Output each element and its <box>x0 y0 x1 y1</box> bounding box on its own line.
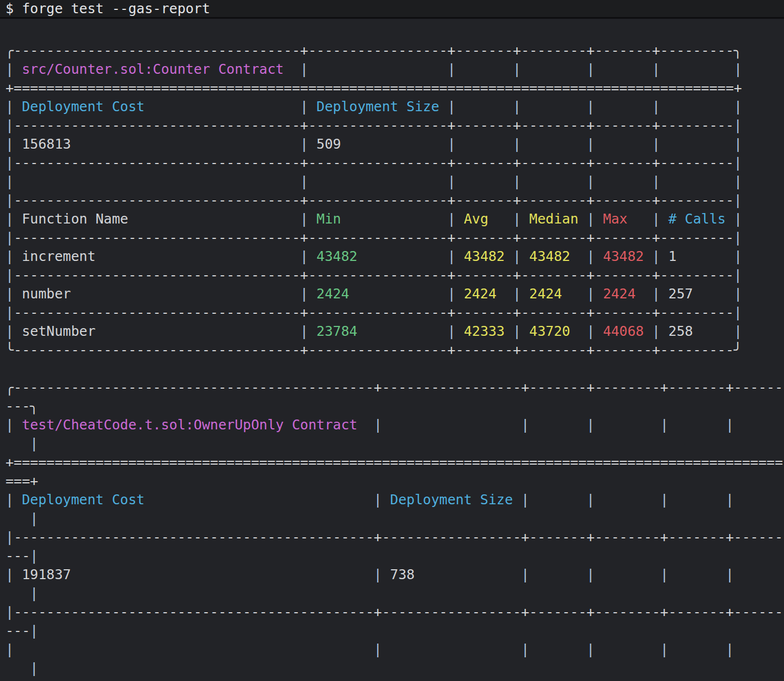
terminal-line: | <box>6 435 38 451</box>
terminal-line: | 191837 | 738 | | | | <box>6 566 783 582</box>
terminal-line: | Deployment Cost | Deployment Size | | … <box>6 99 742 115</box>
terminal-line: |---------------------------------------… <box>6 679 783 681</box>
terminal-window: $ forge test --gas-report ╭-------------… <box>0 0 784 681</box>
terminal-line: |---------------------------------------… <box>6 604 783 620</box>
terminal-line: | 156813 | 509 | | | | | <box>6 136 742 152</box>
terminal-line: ===+ <box>6 473 38 489</box>
terminal-line: | Function Name | Min | Avg | Median | M… <box>6 211 742 227</box>
terminal-line: ---| <box>6 623 38 639</box>
terminal-line: | | | | | | | <box>6 173 742 189</box>
terminal-line: +=======================================… <box>6 80 742 96</box>
terminal-line: |-----------------------------------+---… <box>6 230 742 246</box>
shell-command: $ forge test --gas-report <box>6 1 210 17</box>
terminal-line: ╭-----------------------------------+---… <box>6 42 742 58</box>
terminal-line: | number | 2424 | 2424 | 2424 | 2424 | 2… <box>6 286 742 302</box>
terminal-line: | Deployment Cost | Deployment Size | | … <box>6 492 783 508</box>
terminal-output: ╭-----------------------------------+---… <box>0 19 784 681</box>
terminal-line: | <box>6 660 38 676</box>
terminal-line: |---------------------------------------… <box>6 529 783 545</box>
terminal-line: | increment | 43482 | 43482 | 43482 | 43… <box>6 248 742 264</box>
terminal-line: |-----------------------------------+---… <box>6 117 742 133</box>
terminal-line: | test/CheatCode.t.sol:OwnerUpOnly Contr… <box>6 417 783 433</box>
terminal-line: | setNumber | 23784 | 42333 | 43720 | 44… <box>6 323 742 339</box>
terminal-line: ╭---------------------------------------… <box>6 379 783 395</box>
terminal-line: | <box>6 510 38 526</box>
terminal-line: ---| <box>6 548 38 564</box>
terminal-line: ╰-----------------------------------+---… <box>6 342 742 358</box>
terminal-line: | src/Counter.sol:Counter Contract | | |… <box>6 61 742 77</box>
terminal-line: ---╮ <box>6 398 38 414</box>
terminal-line: |-----------------------------------+---… <box>6 267 742 283</box>
terminal-line: |-----------------------------------+---… <box>6 155 742 171</box>
terminal-line: | | | | | | <box>6 641 783 657</box>
terminal-line: +=======================================… <box>6 454 783 470</box>
terminal-line: |-----------------------------------+---… <box>6 192 742 208</box>
command-bar: $ forge test --gas-report <box>0 0 784 19</box>
terminal-line: |-----------------------------------+---… <box>6 304 742 320</box>
terminal-line: | <box>6 585 38 601</box>
